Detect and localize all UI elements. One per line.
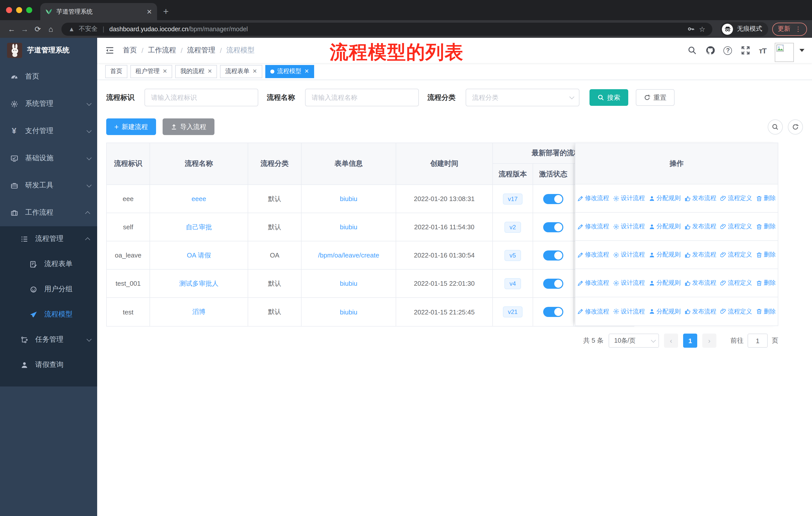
prev-page-button[interactable]: ‹ [664, 333, 678, 348]
action-流程定义[interactable]: 流程定义 [720, 222, 752, 231]
tab-close-icon[interactable]: ✕ [146, 8, 152, 16]
process-name-link[interactable]: eeee [192, 195, 206, 202]
action-分配规则[interactable]: 分配规则 [649, 307, 680, 316]
search-icon[interactable] [688, 46, 697, 55]
avatar-caret-icon[interactable] [800, 49, 805, 52]
action-分配规则[interactable]: 分配规则 [649, 279, 680, 287]
action-删除[interactable]: 删除 [756, 250, 776, 259]
import-process-button[interactable]: 导入流程 [163, 118, 214, 135]
create-process-button[interactable]: + 新建流程 [106, 118, 156, 135]
tag-租户管理[interactable]: 租户管理 ✕ [130, 65, 172, 78]
active-toggle[interactable] [543, 278, 563, 289]
sidebar-item-用户分组[interactable]: 用户分组 [0, 277, 97, 302]
version-tag[interactable]: v21 [503, 306, 523, 318]
back-icon[interactable]: ← [5, 25, 18, 33]
action-流程定义[interactable]: 流程定义 [720, 307, 752, 316]
action-修改流程[interactable]: 修改流程 [577, 194, 609, 202]
browser-menu-icon[interactable]: ⋮ [795, 25, 802, 33]
filter-name-input[interactable] [305, 89, 419, 106]
tag-close-icon[interactable]: ✕ [253, 68, 257, 75]
current-page-button[interactable]: 1 [683, 333, 697, 348]
filter-category-select[interactable]: 流程分类 [466, 89, 579, 106]
form-info-link[interactable]: biubiu [340, 308, 357, 316]
action-分配规则[interactable]: 分配规则 [649, 250, 680, 259]
maximize-window-button[interactable] [26, 7, 32, 13]
action-删除[interactable]: 删除 [756, 222, 776, 231]
github-icon[interactable] [705, 46, 715, 55]
security-label[interactable]: 不安全 [79, 25, 98, 33]
next-page-button[interactable]: › [702, 333, 716, 348]
version-tag[interactable]: v4 [504, 278, 521, 289]
refresh-button[interactable] [788, 119, 803, 134]
filter-key-input[interactable] [144, 89, 258, 106]
action-修改流程[interactable]: 修改流程 [577, 279, 609, 287]
fullscreen-icon[interactable] [741, 46, 750, 55]
action-删除[interactable]: 删除 [756, 307, 776, 316]
close-window-button[interactable] [6, 7, 12, 13]
bookmark-star-icon[interactable]: ☆ [699, 25, 705, 33]
action-设计流程[interactable]: 设计流程 [613, 194, 645, 202]
sidebar-item-研发工具[interactable]: 研发工具 [0, 172, 97, 199]
toggle-search-button[interactable] [768, 119, 783, 134]
form-info-link[interactable]: /bpm/oa/leave/create [318, 251, 379, 259]
home-icon[interactable]: ⌂ [44, 25, 57, 33]
action-修改流程[interactable]: 修改流程 [577, 307, 609, 316]
sidebar-collapse-icon[interactable] [105, 45, 115, 55]
sidebar-logo[interactable]: 芋道管理系统 [0, 38, 97, 63]
tag-流程表单[interactable]: 流程表单 ✕ [220, 65, 262, 78]
action-发布流程[interactable]: 发布流程 [685, 307, 716, 316]
sidebar-item-工作流程[interactable]: 工作流程 [0, 199, 97, 226]
process-name-link[interactable]: OA 请假 [187, 251, 211, 260]
action-删除[interactable]: 删除 [756, 194, 776, 202]
sidebar-item-流程表单[interactable]: 流程表单 [0, 251, 97, 277]
sidebar-item-请假查询[interactable]: 请假查询 [0, 352, 97, 377]
form-info-link[interactable]: biubiu [340, 223, 357, 231]
font-size-icon[interactable]: ᴛT [759, 46, 766, 55]
active-toggle[interactable] [543, 307, 563, 317]
active-toggle[interactable] [543, 250, 563, 260]
tag-流程模型[interactable]: 流程模型 ✕ [265, 65, 314, 78]
action-发布流程[interactable]: 发布流程 [685, 222, 716, 231]
action-发布流程[interactable]: 发布流程 [685, 279, 716, 287]
version-tag[interactable]: v2 [504, 221, 521, 233]
new-tab-button[interactable]: + [163, 6, 169, 17]
url-bar[interactable]: ▲ 不安全 | dashboard.yudao.iocoder.cn/bpm/m… [61, 22, 712, 35]
version-tag[interactable]: v17 [503, 193, 523, 204]
tag-我的流程[interactable]: 我的流程 ✕ [175, 65, 217, 78]
action-流程定义[interactable]: 流程定义 [720, 194, 752, 202]
sidebar-item-首页[interactable]: 首页 [0, 63, 97, 90]
tag-close-icon[interactable]: ✕ [163, 68, 167, 75]
tag-close-icon[interactable]: ✕ [207, 68, 212, 75]
breadcrumb-process-mgmt[interactable]: 流程管理 [187, 46, 215, 55]
search-button[interactable]: 搜索 [589, 89, 628, 106]
action-删除[interactable]: 删除 [756, 279, 776, 287]
browser-update-button[interactable]: 更新 ⋮ [772, 22, 807, 35]
active-toggle[interactable] [543, 222, 563, 232]
process-name-link[interactable]: 测试多审批人 [179, 279, 219, 288]
action-设计流程[interactable]: 设计流程 [613, 307, 645, 316]
action-设计流程[interactable]: 设计流程 [613, 250, 645, 259]
minimize-window-button[interactable] [16, 7, 22, 13]
process-name-link[interactable]: 滔博 [192, 307, 205, 317]
sidebar-item-支付管理[interactable]: ¥ 支付管理 [0, 117, 97, 145]
action-设计流程[interactable]: 设计流程 [613, 279, 645, 287]
url-text[interactable]: dashboard.yudao.iocoder.cn/bpm/manager/m… [109, 25, 248, 32]
action-修改流程[interactable]: 修改流程 [577, 250, 609, 259]
action-分配规则[interactable]: 分配规则 [649, 194, 680, 202]
sidebar-item-系统管理[interactable]: 系统管理 [0, 90, 97, 117]
sidebar-item-基础设施[interactable]: 基础设施 [0, 145, 97, 172]
sidebar-item-流程管理[interactable]: 流程管理 [0, 226, 97, 251]
process-name-link[interactable]: 自己审批 [186, 222, 212, 232]
goto-page-input[interactable] [748, 333, 768, 348]
tag-首页[interactable]: 首页 [105, 65, 127, 78]
help-icon[interactable]: ? [724, 46, 732, 55]
action-流程定义[interactable]: 流程定义 [720, 279, 752, 287]
active-toggle[interactable] [543, 194, 563, 204]
form-info-link[interactable]: biubiu [340, 195, 357, 202]
breadcrumb-home[interactable]: 首页 [123, 46, 137, 55]
tag-close-icon[interactable]: ✕ [304, 68, 309, 75]
reset-button[interactable]: 重置 [636, 89, 674, 106]
action-发布流程[interactable]: 发布流程 [685, 250, 716, 259]
breadcrumb-workflow[interactable]: 工作流程 [148, 46, 176, 55]
sidebar-item-任务管理[interactable]: 任务管理 [0, 327, 97, 352]
